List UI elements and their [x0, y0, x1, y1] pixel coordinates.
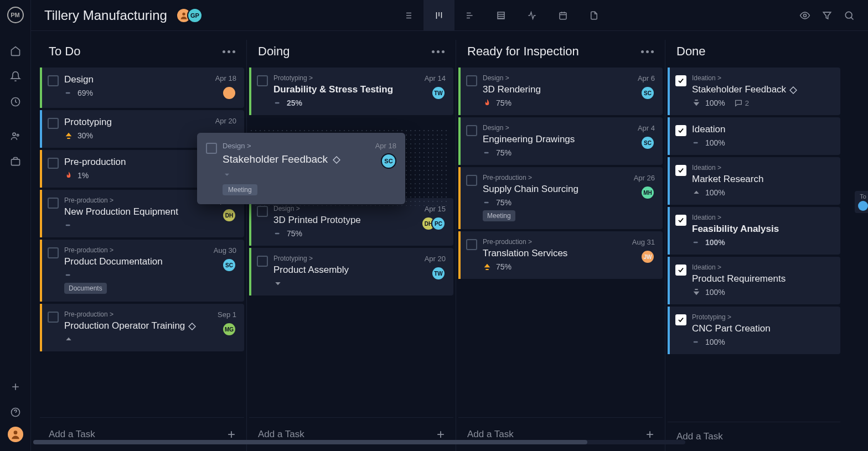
- assignees[interactable]: TW: [431, 266, 446, 281]
- progress: 75%: [287, 229, 302, 238]
- task-checkbox[interactable]: [206, 143, 217, 154]
- view-files-icon[interactable]: [578, 0, 609, 31]
- breadcrumb: Pre-production >: [483, 238, 627, 246]
- view-list-icon[interactable]: [392, 0, 423, 31]
- collapsed-panel[interactable]: To: [855, 191, 868, 213]
- task-checkbox[interactable]: [48, 198, 59, 209]
- task-card[interactable]: Pre-production > Production Operator Tra…: [40, 304, 244, 351]
- add-icon[interactable]: [4, 376, 27, 398]
- svg-rect-15: [275, 233, 280, 235]
- add-task-button[interactable]: Add a Task+: [40, 417, 244, 451]
- task-card[interactable]: Design 69% Apr 18: [40, 68, 244, 108]
- comments-count[interactable]: 2: [734, 99, 749, 107]
- bell-icon[interactable]: [4, 65, 27, 87]
- add-task-button[interactable]: Add a Task: [668, 422, 840, 451]
- priority-icon: [64, 271, 73, 279]
- task-checkbox[interactable]: [466, 125, 477, 136]
- avatar: TW: [431, 266, 446, 281]
- team-icon[interactable]: [4, 125, 27, 147]
- task-checkbox[interactable]: [48, 75, 59, 86]
- column-menu[interactable]: [432, 50, 445, 53]
- horizontal-scrollbar[interactable]: [33, 440, 685, 444]
- view-gantt-icon[interactable]: [454, 0, 485, 31]
- assignees[interactable]: MG: [222, 322, 236, 336]
- dragging-card[interactable]: Design > Stakeholder Feedback Meeting Ap…: [197, 133, 405, 204]
- search-icon[interactable]: [844, 10, 855, 21]
- svg-point-1: [13, 133, 16, 136]
- card-title: 3D Printed Prototype: [273, 215, 416, 226]
- card-stripe: [40, 150, 42, 188]
- add-task-button[interactable]: Add a Task+: [249, 417, 453, 451]
- help-icon[interactable]: [4, 401, 27, 423]
- assignees[interactable]: DHPC: [421, 216, 446, 231]
- assignees[interactable]: SC: [640, 136, 655, 150]
- column: Ready for Inspection Design > 3D Renderi…: [456, 40, 665, 451]
- briefcase-icon[interactable]: [4, 151, 27, 173]
- column-title: To Do: [49, 44, 80, 59]
- task-card[interactable]: Pre-production > Supply Chain Sourcing 7…: [458, 167, 663, 229]
- view-sheet-icon[interactable]: [485, 0, 516, 31]
- task-checkbox[interactable]: [48, 247, 59, 258]
- project-members[interactable]: GP: [176, 8, 203, 23]
- priority-icon: [692, 99, 701, 107]
- assignees[interactable]: JW: [640, 250, 655, 264]
- svg-rect-7: [498, 12, 504, 19]
- task-checkbox[interactable]: [257, 75, 268, 86]
- task-checkbox[interactable]: [675, 215, 686, 226]
- user-avatar[interactable]: [8, 427, 23, 442]
- svg-rect-11: [66, 92, 70, 94]
- column-menu[interactable]: [641, 50, 654, 53]
- card-title: CNC Part Creation: [692, 323, 833, 334]
- task-checkbox[interactable]: [675, 265, 686, 276]
- milestone-icon: [188, 320, 197, 331]
- task-card[interactable]: Ideation > Stakeholder Feedback 100% 2: [668, 68, 840, 115]
- task-card[interactable]: Pre-production > Translation Services 75…: [458, 231, 663, 279]
- column-title: Doing: [258, 44, 290, 59]
- task-card[interactable]: Pre-production > Product Documentation D…: [40, 240, 244, 302]
- assignees[interactable]: DH: [222, 208, 236, 222]
- view-switcher: [392, 0, 609, 31]
- svg-point-2: [17, 134, 18, 136]
- task-checkbox[interactable]: [48, 312, 59, 323]
- task-checkbox[interactable]: [675, 165, 686, 176]
- card-title: Durability & Stress Testing: [273, 84, 419, 95]
- task-card[interactable]: Ideation > Market Research 100%: [668, 157, 840, 205]
- task-checkbox[interactable]: [675, 125, 686, 136]
- task-card[interactable]: Prototyping > CNC Part Creation 100%: [668, 307, 840, 354]
- priority-icon: [273, 99, 282, 107]
- column-menu[interactable]: [223, 50, 235, 53]
- assignees[interactable]: SC: [222, 258, 236, 272]
- assignees[interactable]: MH: [640, 185, 655, 200]
- view-board-icon[interactable]: [423, 0, 454, 31]
- task-checkbox[interactable]: [466, 239, 477, 250]
- task-checkbox[interactable]: [48, 158, 59, 169]
- avatar: MH: [640, 185, 655, 200]
- add-task-button[interactable]: Add a Task+: [458, 417, 663, 451]
- view-activity-icon[interactable]: [516, 0, 547, 31]
- clock-icon[interactable]: [4, 91, 27, 113]
- logo[interactable]: PM: [7, 7, 24, 23]
- task-checkbox[interactable]: [466, 175, 477, 186]
- visibility-icon[interactable]: [799, 10, 810, 21]
- sidebar: PM: [0, 0, 31, 451]
- task-card[interactable]: Ideation 100%: [668, 117, 840, 155]
- filter-icon[interactable]: [822, 10, 833, 21]
- task-checkbox[interactable]: [257, 206, 268, 217]
- task-card[interactable]: Design > 3D Rendering 75% Apr 6 SC: [458, 68, 663, 115]
- task-card[interactable]: Ideation > Feasibility Analysis 100%: [668, 207, 840, 255]
- task-checkbox[interactable]: [466, 75, 477, 86]
- task-checkbox[interactable]: [257, 256, 268, 267]
- task-card[interactable]: Design > Engineering Drawings 75% Apr 4 …: [458, 117, 663, 165]
- priority-icon: [483, 198, 492, 207]
- task-card[interactable]: Prototyping > Product Assembly Apr 20 TW: [249, 248, 453, 296]
- task-checkbox[interactable]: [48, 118, 59, 129]
- assignees[interactable]: SC: [640, 86, 655, 100]
- task-card[interactable]: Ideation > Product Requirements 100%: [668, 257, 840, 304]
- task-checkbox[interactable]: [675, 75, 686, 86]
- task-checkbox[interactable]: [675, 314, 686, 325]
- task-card[interactable]: Prototyping > Durability & Stress Testin…: [249, 68, 453, 115]
- assignees[interactable]: TW: [431, 86, 446, 100]
- home-icon[interactable]: [4, 40, 27, 62]
- assignees[interactable]: [222, 86, 236, 100]
- view-calendar-icon[interactable]: [547, 0, 578, 31]
